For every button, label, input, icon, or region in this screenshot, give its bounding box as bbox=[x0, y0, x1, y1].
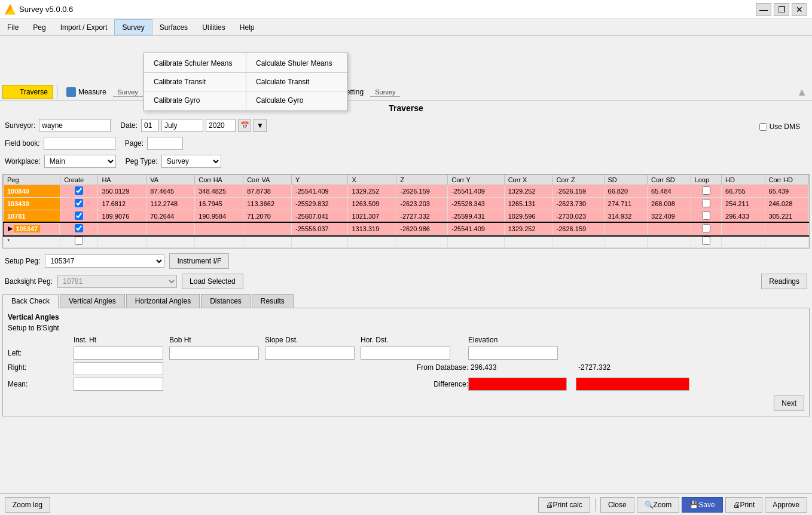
cell-create[interactable] bbox=[60, 223, 98, 235]
cell-z: -2626.159 bbox=[396, 185, 448, 198]
cell-y-empty bbox=[292, 235, 348, 248]
tab-bar: Back Check Vertical Angles Horizontal An… bbox=[2, 294, 810, 308]
left-elevation[interactable] bbox=[468, 347, 558, 360]
cell-corr-sd: 322.409 bbox=[648, 210, 691, 223]
setup-peg-select[interactable]: 105347 bbox=[45, 255, 164, 268]
cell-loop-empty[interactable] bbox=[691, 235, 722, 248]
peg-type-select[interactable]: Survey bbox=[161, 155, 221, 168]
workplace-select[interactable]: Main bbox=[44, 155, 116, 168]
use-dms-checkbox[interactable] bbox=[759, 123, 767, 131]
right-inst-ht[interactable] bbox=[74, 362, 163, 375]
cell-x-empty bbox=[348, 235, 396, 248]
tab-horizontal-angles[interactable]: Horizontal Angles bbox=[126, 294, 200, 308]
col-y: Y bbox=[292, 175, 348, 185]
table-row-selected[interactable]: ▶ 105347 -25556.037 1313.319 -2620.986 -… bbox=[4, 223, 809, 235]
maximize-button[interactable]: ❐ bbox=[774, 3, 789, 16]
cell-corr-va-empty bbox=[243, 235, 292, 248]
fieldbook-input[interactable] bbox=[44, 137, 115, 150]
col-ha: HA bbox=[98, 175, 146, 185]
tab-back-check[interactable]: Back Check bbox=[2, 294, 59, 308]
dropdown-calc-schuler[interactable]: Calculate Shuler Means bbox=[246, 56, 347, 71]
cell-loop[interactable] bbox=[691, 198, 722, 210]
cell-loop[interactable] bbox=[691, 210, 722, 223]
menu-file[interactable]: File bbox=[0, 19, 26, 35]
left-bob-ht[interactable] bbox=[169, 347, 259, 360]
cell-corr-hd: 246.028 bbox=[765, 198, 808, 210]
toolbar: Traverse Measure Survey Offsetting Area … bbox=[0, 84, 812, 101]
cell-corr-sd: 65.484 bbox=[648, 185, 691, 198]
scroll-up-arrow[interactable]: ▲ bbox=[796, 86, 810, 99]
table-row[interactable]: 103430 17.6812 112.2748 16.7945 113.3662… bbox=[4, 198, 809, 210]
cell-corr-sd-empty bbox=[648, 235, 691, 248]
cell-create[interactable] bbox=[60, 185, 98, 198]
menu-import-export[interactable]: Import / Export bbox=[53, 19, 115, 35]
cell-create[interactable] bbox=[60, 210, 98, 223]
tab-results[interactable]: Results bbox=[252, 294, 294, 308]
page-input[interactable] bbox=[147, 137, 183, 150]
cell-corr-z: -2626.159 bbox=[552, 185, 604, 198]
dropdown-col1: Calibrate Schuler Means Calibrate Transi… bbox=[144, 53, 246, 111]
readings-button[interactable]: Readings bbox=[761, 274, 807, 289]
workplace-label: Workplace: bbox=[5, 157, 41, 165]
close-button[interactable]: ✕ bbox=[792, 3, 807, 16]
cell-create[interactable] bbox=[60, 198, 98, 210]
dropdown-calibrate-gyro[interactable]: Calibrate Gyro bbox=[144, 93, 246, 108]
cell-loop[interactable] bbox=[691, 223, 722, 235]
table-row[interactable]: 100840 350.0129 87.4645 348.4825 87.8738… bbox=[4, 185, 809, 198]
cell-create-empty[interactable] bbox=[60, 235, 98, 248]
calendar-button[interactable]: 📅 bbox=[238, 119, 251, 132]
cell-corr-y: -25599.431 bbox=[448, 210, 504, 223]
date-dropdown-button[interactable]: ▼ bbox=[254, 119, 267, 132]
from-db-elev: -2727.332 bbox=[576, 362, 695, 373]
dropdown-calibrate-schuler[interactable]: Calibrate Schuler Means bbox=[144, 56, 246, 71]
load-selected-button[interactable]: Load Selected bbox=[182, 274, 243, 289]
cell-corr-y: -25541.409 bbox=[448, 223, 504, 235]
tab-vertical-angles[interactable]: Vertical Angles bbox=[60, 294, 125, 308]
tab-distances[interactable]: Distances bbox=[201, 294, 251, 308]
cell-y: -25529.832 bbox=[292, 198, 348, 210]
date-year-input[interactable] bbox=[206, 119, 236, 132]
date-label: Date: bbox=[120, 121, 138, 130]
cell-sd bbox=[604, 223, 648, 235]
dropdown-calc-gyro[interactable]: Calculate Gyro bbox=[246, 93, 347, 108]
measure-label: Measure bbox=[78, 88, 106, 96]
cell-ha: 189.9076 bbox=[98, 210, 146, 223]
surveyor-input[interactable] bbox=[39, 119, 111, 132]
col-loop: Loop bbox=[691, 175, 722, 185]
dropdown-calibrate-transit[interactable]: Calibrate Transit bbox=[144, 74, 246, 90]
menu-survey[interactable]: Survey bbox=[114, 19, 152, 35]
cell-peg-empty: * bbox=[4, 235, 60, 248]
left-slope-dst[interactable] bbox=[265, 347, 355, 360]
date-month-input[interactable] bbox=[161, 119, 203, 132]
cell-loop[interactable] bbox=[691, 185, 722, 198]
menu-peg[interactable]: Peg bbox=[26, 19, 53, 35]
traverse-label: Traverse bbox=[20, 88, 48, 96]
backsight-peg-select[interactable]: 10781 bbox=[57, 275, 177, 288]
toolbar-measure[interactable]: Measure bbox=[61, 85, 112, 99]
table-row-empty[interactable]: * bbox=[4, 235, 809, 248]
next-button[interactable]: Next bbox=[774, 396, 804, 411]
toolbar-traverse[interactable]: Traverse bbox=[2, 85, 53, 99]
col-peg: Peg bbox=[4, 175, 60, 185]
menu-surfaces[interactable]: Surfaces bbox=[152, 19, 195, 35]
instrument-if-button[interactable]: Instrument I/F bbox=[169, 253, 229, 269]
diff-elev[interactable] bbox=[576, 378, 689, 391]
col-x: X bbox=[348, 175, 396, 185]
minimize-button[interactable]: — bbox=[756, 3, 771, 16]
menu-utilities[interactable]: Utilities bbox=[195, 19, 233, 35]
cell-corr-z: -2623.730 bbox=[552, 198, 604, 210]
toolbar-group-survey2: Survey bbox=[370, 88, 400, 97]
cell-z-empty bbox=[396, 235, 448, 248]
left-hor-dst[interactable] bbox=[361, 347, 450, 360]
dropdown-calc-transit[interactable]: Calculate Transit bbox=[246, 74, 347, 90]
cell-corr-hd: 305.221 bbox=[765, 210, 808, 223]
cell-y: -25607.041 bbox=[292, 210, 348, 223]
left-inst-ht[interactable] bbox=[74, 347, 163, 360]
cell-corr-y-empty bbox=[448, 235, 504, 248]
table-row[interactable]: 10781 189.9076 70.2644 190.9584 71.2070 … bbox=[4, 210, 809, 223]
date-day-input[interactable] bbox=[141, 119, 159, 132]
mean-inst-ht[interactable] bbox=[74, 378, 163, 391]
menu-help[interactable]: Help bbox=[233, 19, 262, 35]
diff-hd[interactable] bbox=[468, 378, 567, 391]
cell-x: 1329.252 bbox=[348, 185, 396, 198]
